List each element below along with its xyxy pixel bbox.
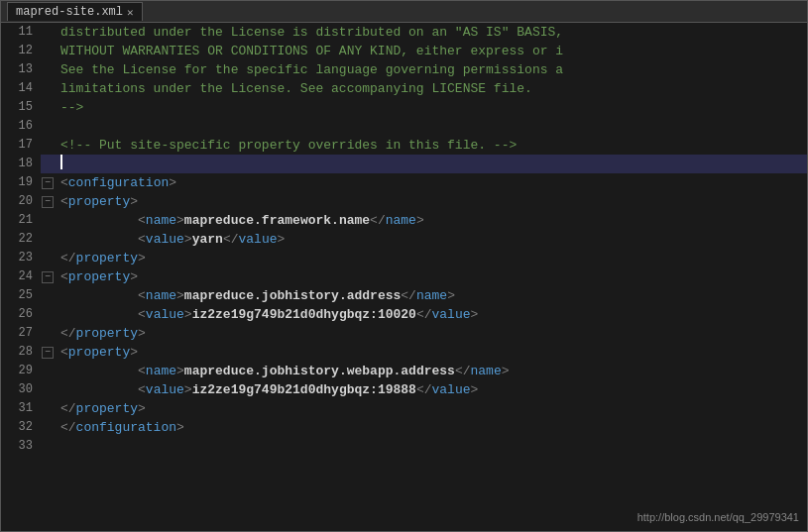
fold-icon[interactable]: −	[42, 196, 54, 208]
gutter	[41, 98, 57, 117]
watermark: http://blog.csdn.net/qq_29979341	[637, 511, 799, 523]
bracket: >	[278, 232, 286, 247]
bracket: >	[176, 288, 184, 303]
comment-text: limitations under the License. See accom…	[60, 81, 532, 96]
gutter	[41, 305, 57, 324]
tag-name: name	[146, 288, 176, 303]
bracket: </	[401, 288, 416, 303]
line-content: WITHOUT WARRANTIES OR CONDITIONS OF ANY …	[57, 42, 807, 60]
line-number: 25	[1, 286, 41, 305]
line-31: 31 </property>	[1, 399, 807, 418]
fold-icon[interactable]: −	[42, 177, 54, 189]
line-27: 27 </property>	[1, 324, 807, 343]
tag-name: property	[68, 269, 130, 284]
bracket: <	[138, 382, 146, 397]
file-tab[interactable]: mapred-site.xml ✕	[7, 2, 143, 21]
line-12: 12 WITHOUT WARRANTIES OR CONDITIONS OF A…	[1, 42, 807, 60]
bracket: </	[60, 326, 76, 341]
tag-name: property	[76, 401, 138, 416]
line-number: 19	[1, 173, 41, 192]
line-content: </property>	[57, 324, 807, 343]
line-content: <value>yarn</value>	[57, 230, 807, 249]
line-number: 14	[1, 79, 41, 98]
bracket: >	[502, 364, 510, 378]
tag-name: name	[146, 213, 176, 228]
line-content: <name>mapreduce.jobhistory.address</name…	[57, 286, 807, 305]
bracket: >	[130, 345, 138, 360]
bracket: </	[416, 307, 432, 322]
editor-area: 11 distributed under the License is dist…	[1, 23, 807, 531]
line-content: <name>mapreduce.jobhistory.webapp.addres…	[57, 362, 807, 380]
line-content: <!-- Put site-specific property override…	[57, 136, 807, 155]
close-icon[interactable]: ✕	[127, 6, 134, 19]
line-content: <property>	[57, 192, 807, 211]
gutter	[41, 42, 57, 60]
line-15: 15-->	[1, 98, 807, 117]
gutter	[41, 79, 57, 98]
line-content: <property>	[57, 267, 807, 286]
comment-text: WITHOUT WARRANTIES OR CONDITIONS OF ANY …	[60, 44, 563, 58]
bracket: >	[184, 307, 192, 322]
bracket: <	[60, 194, 68, 209]
bracket: >	[138, 251, 146, 266]
line-26: 26 <value>iz2ze19g749b21d0dhygbqz:10020<…	[1, 305, 807, 324]
line-number: 11	[1, 23, 41, 42]
tag-name: property	[68, 194, 130, 209]
line-13: 13 See the License for the specific lang…	[1, 60, 807, 79]
line-28: 28− <property>	[1, 343, 807, 362]
gutter	[41, 117, 57, 136]
line-content: <name>mapreduce.framework.name</name>	[57, 211, 807, 230]
gutter	[41, 60, 57, 79]
fold-icon[interactable]: −	[42, 347, 54, 359]
line-content: -->	[57, 98, 807, 117]
tag-name: property	[68, 345, 130, 360]
bracket: <	[60, 175, 68, 190]
line-22: 22 <value>yarn</value>	[1, 230, 807, 249]
bracket: >	[447, 288, 455, 303]
line-content: <configuration>	[57, 173, 807, 192]
gutter	[41, 286, 57, 305]
name-value: mapreduce.jobhistory.address	[184, 288, 401, 303]
bracket: >	[471, 307, 479, 322]
line-14: 14 limitations under the License. See ac…	[1, 79, 807, 98]
editor-window: mapred-site.xml ✕ 11 distributed under t…	[0, 0, 808, 532]
line-number: 31	[1, 399, 41, 418]
gutter	[41, 418, 57, 437]
line-number: 15	[1, 98, 41, 117]
line-16: 16	[1, 117, 807, 136]
line-number: 18	[1, 155, 41, 173]
bracket: <	[138, 307, 146, 322]
gutter	[41, 23, 57, 42]
tag-name: value	[432, 307, 471, 322]
line-25: 25 <name>mapreduce.jobhistory.address</n…	[1, 286, 807, 305]
bracket: <	[60, 345, 68, 360]
cursor	[60, 155, 70, 169]
bracket: >	[176, 420, 184, 435]
gutter	[41, 399, 57, 418]
tag-name: name	[386, 213, 416, 228]
line-number: 27	[1, 324, 41, 343]
line-content: <property>	[57, 343, 807, 362]
code-container: 11 distributed under the License is dist…	[1, 23, 807, 531]
comment-text: distributed under the License is distrib…	[60, 25, 563, 40]
bracket: >	[138, 401, 146, 416]
tag-name: name	[471, 364, 502, 378]
bracket: <	[60, 269, 68, 284]
line-number: 13	[1, 60, 41, 79]
gutter: −	[41, 267, 57, 286]
bracket: >	[184, 382, 192, 397]
line-17: 17<!-- Put site-specific property overri…	[1, 136, 807, 155]
bracket: >	[169, 175, 176, 190]
value-content: yarn	[192, 232, 223, 247]
bracket: <	[138, 364, 146, 378]
bracket: >	[130, 269, 138, 284]
bracket: <	[138, 288, 146, 303]
fold-icon[interactable]: −	[42, 271, 54, 283]
gutter: −	[41, 192, 57, 211]
line-number: 30	[1, 380, 41, 399]
gutter: −	[41, 173, 57, 192]
tag-name: value	[432, 382, 471, 397]
line-number: 33	[1, 437, 41, 456]
comment-text: -->	[60, 100, 83, 115]
bracket: >	[130, 194, 138, 209]
